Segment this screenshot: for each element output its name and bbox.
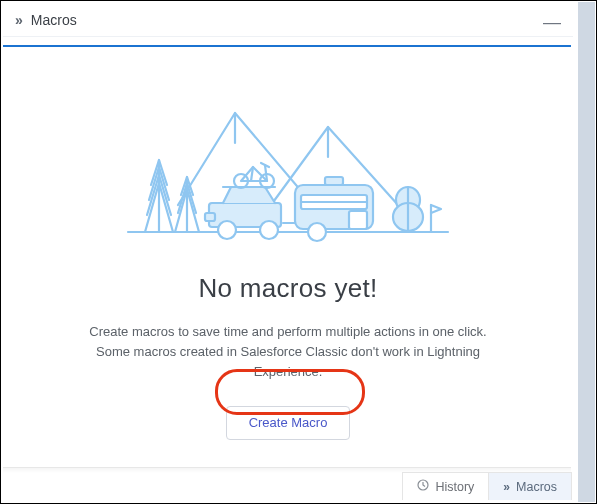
- svg-point-8: [218, 221, 236, 239]
- minimize-button[interactable]: —: [543, 13, 561, 31]
- utility-bar: History » Macros: [402, 472, 572, 500]
- svg-rect-7: [205, 213, 215, 221]
- tab-history[interactable]: History: [402, 472, 489, 500]
- empty-state-subtext: Create macros to save time and perform m…: [78, 322, 498, 382]
- svg-point-9: [260, 221, 278, 239]
- svg-rect-20: [349, 211, 367, 229]
- empty-state-illustration: [123, 105, 453, 245]
- panel-title: Macros: [31, 12, 77, 28]
- macros-panel: » Macros —: [3, 3, 573, 501]
- empty-state: No macros yet! Create macros to save tim…: [3, 37, 573, 501]
- clock-icon: [417, 479, 429, 494]
- create-macro-button[interactable]: Create Macro: [226, 406, 351, 440]
- scrollbar-strip: [578, 2, 595, 502]
- header-accent-rule: [3, 45, 571, 47]
- empty-state-headline: No macros yet!: [198, 273, 377, 304]
- panel-header: » Macros —: [3, 3, 573, 37]
- tab-macros-label: Macros: [516, 480, 557, 494]
- tab-macros[interactable]: » Macros: [488, 472, 572, 500]
- chevrons-icon: »: [503, 480, 510, 494]
- tab-history-label: History: [435, 480, 474, 494]
- svg-rect-17: [325, 177, 343, 185]
- expand-icon[interactable]: »: [15, 12, 23, 28]
- svg-point-21: [308, 223, 326, 241]
